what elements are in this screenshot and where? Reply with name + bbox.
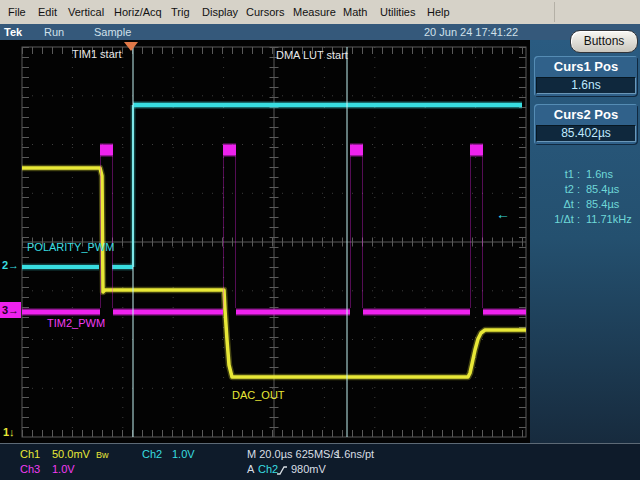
buttons-button[interactable]: Buttons <box>570 30 638 53</box>
acq-mode-label: Sample <box>94 25 131 39</box>
annotation-dac-out: DAC_OUT <box>232 389 285 401</box>
status-bar: Ch1 50.0mV Bw Ch2 1.0V M 20.0µs 625MS/s … <box>0 443 640 480</box>
trigger-source[interactable]: Ch2 <box>258 463 278 475</box>
menu-item-vertical[interactable]: Vertical <box>68 0 104 24</box>
ch1-scale[interactable]: 50.0mV <box>52 448 90 460</box>
curs1-pos-value[interactable]: 1.6ns <box>536 77 636 94</box>
oscilloscope-screen: File Edit Vertical Horiz/Acq Trig Displa… <box>0 0 640 480</box>
ch2-scale[interactable]: 1.0V <box>172 448 195 460</box>
curs1-pos-group: Curs1 Pos 1.6ns <box>534 56 638 97</box>
channel-1-marker[interactable]: 1↓ <box>3 426 15 438</box>
ch3-scale[interactable]: 1.0V <box>52 463 75 475</box>
datetime-label: 20 Jun 24 17:41:22 <box>424 25 518 39</box>
readout-freq-label: 1/Δt : <box>536 213 580 225</box>
curs1-pos-label: Curs1 Pos <box>536 58 636 76</box>
menu-bar: File Edit Vertical Horiz/Acq Trig Displa… <box>0 0 640 25</box>
annotation-tim1-start: TIM1 start <box>72 48 122 60</box>
rising-edge-icon <box>277 465 288 478</box>
ch1-bandwidth-badge: Bw <box>96 450 109 460</box>
channel-2-marker[interactable]: 2→ <box>2 259 19 271</box>
trigger-position-marker[interactable] <box>124 42 138 51</box>
title-bar: Tek Run Sample 20 Jun 24 17:41:22 <box>0 24 640 40</box>
annotation-dma-lut-start: DMA LUT start <box>276 49 348 61</box>
cursor-readouts: t1 : 1.6ns t2 : 85.4µs Δt : 85.4µs 1/Δt … <box>536 168 636 225</box>
menu-item-math[interactable]: Math <box>343 0 367 24</box>
annotation-polarity-pwm: POLARITY_PWM <box>27 241 114 253</box>
run-state-label: Run <box>44 25 64 39</box>
readout-dt-value: 85.4µs <box>586 198 636 210</box>
readout-dt-label: Δt : <box>536 198 580 210</box>
menu-item-display[interactable]: Display <box>202 0 238 24</box>
annotation-tim2-pwm: TIM2_PWM <box>47 317 105 329</box>
readout-t2-value: 85.4µs <box>586 183 636 195</box>
cursor-side-panel: Curs1 Pos 1.6ns Curs2 Pos 85.402µs t1 : … <box>530 40 640 480</box>
menu-item-help[interactable]: Help <box>427 0 450 24</box>
curs2-pos-value[interactable]: 85.402µs <box>536 125 636 142</box>
trigger-level[interactable]: 980mV <box>291 463 326 475</box>
menu-item-measure[interactable]: Measure <box>293 0 336 24</box>
tek-logo: Tek <box>4 25 22 39</box>
readout-freq-value: 11.71kHz <box>586 213 636 225</box>
ch2-badge[interactable]: Ch2 <box>142 448 162 460</box>
menu-item-trig[interactable]: Trig <box>171 0 190 24</box>
curs2-pos-label: Curs2 Pos <box>536 106 636 124</box>
readout-t2-label: t2 : <box>536 183 580 195</box>
menu-item-edit[interactable]: Edit <box>38 0 57 24</box>
ch1-badge[interactable]: Ch1 <box>20 448 40 460</box>
menu-item-file[interactable]: File <box>8 0 26 24</box>
channel-3-marker[interactable]: 3→ <box>0 302 21 318</box>
offscreen-left-arrow-icon: ← <box>496 206 510 222</box>
menu-item-cursors[interactable]: Cursors <box>246 0 285 24</box>
timebase-readout[interactable]: M 20.0µs 625MS/s <box>247 448 339 460</box>
trigger-prefix: A <box>247 463 254 475</box>
resolution-readout: 1.6ns/pt <box>335 448 374 460</box>
menu-divider <box>554 2 555 22</box>
readout-t1-value: 1.6ns <box>586 168 636 180</box>
readout-t1-label: t1 : <box>536 168 580 180</box>
curs2-pos-group: Curs2 Pos 85.402µs <box>534 104 638 145</box>
waveform-display[interactable]: TIM1 start DMA LUT start POLARITY_PWM TI… <box>0 40 530 443</box>
ch3-badge[interactable]: Ch3 <box>20 463 40 475</box>
menu-item-utilities[interactable]: Utilities <box>380 0 415 24</box>
menu-item-horiz-acq[interactable]: Horiz/Acq <box>114 0 162 24</box>
